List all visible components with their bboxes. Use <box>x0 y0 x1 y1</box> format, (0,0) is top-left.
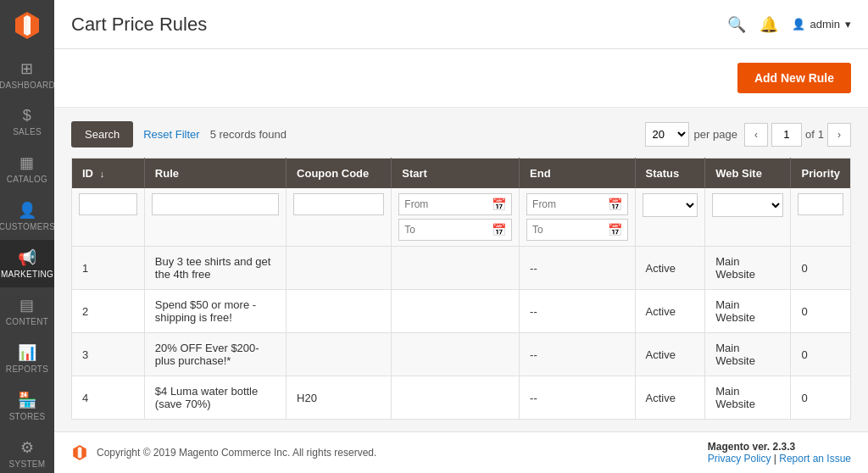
toolbar: Search Reset Filter 5 records found 20 3… <box>71 121 851 147</box>
cell-id: 2 <box>72 290 145 333</box>
start-to-input[interactable] <box>399 220 487 240</box>
start-from-input[interactable] <box>399 194 487 214</box>
page-of-label: of <box>805 128 815 141</box>
action-bar: Add New Rule <box>54 49 868 108</box>
cell-start <box>392 376 520 420</box>
catalog-icon: ▦ <box>19 153 34 172</box>
cell-end: -- <box>520 290 636 333</box>
cell-status: Active <box>635 247 705 290</box>
page-title: Cart Price Rules <box>71 14 207 36</box>
sidebar-item-label: Content <box>6 317 48 326</box>
footer-left: Copyright © 2019 Magento Commerce Inc. A… <box>71 444 376 461</box>
sidebar-item-label: System <box>9 459 46 469</box>
cell-status: Active <box>635 376 705 420</box>
content-area: Add New Rule Search Reset Filter 5 recor… <box>54 49 868 431</box>
sidebar-item-label: Catalog <box>7 175 47 184</box>
system-icon: ⚙ <box>20 438 34 457</box>
reports-icon: 📊 <box>18 343 36 362</box>
calendar-icon-3[interactable]: 📅 <box>603 194 627 214</box>
cell-status: Active <box>635 333 705 376</box>
cell-end: -- <box>520 333 636 376</box>
cell-end: -- <box>520 247 636 290</box>
table-row[interactable]: 3 20% OFF Ever $200-plus purchase!* -- A… <box>72 333 851 376</box>
cell-start <box>392 333 520 376</box>
filter-status: Active Inactive <box>635 188 705 247</box>
filter-coupon-input[interactable] <box>293 193 384 215</box>
filter-id-input[interactable] <box>79 193 137 215</box>
sidebar-item-customers[interactable]: 👤 Customers <box>0 192 54 240</box>
end-to-input[interactable] <box>527 220 603 240</box>
sidebar: ⊞ Dashboard $ Sales ▦ Catalog 👤 Customer… <box>0 0 54 473</box>
sort-icon: ↓ <box>100 169 105 179</box>
start-to-wrapper: 📅 <box>398 219 512 241</box>
cell-priority: 0 <box>791 247 851 290</box>
user-menu[interactable]: 👤 admin ▾ <box>792 18 851 31</box>
table-row[interactable]: 1 Buy 3 tee shirts and get the 4th free … <box>72 247 851 290</box>
col-id-label: ID <box>82 167 93 180</box>
cell-start <box>392 290 520 333</box>
col-header-rule: Rule <box>144 159 286 189</box>
search-button[interactable]: Search <box>71 121 133 147</box>
sidebar-item-sales[interactable]: $ Sales <box>0 98 54 145</box>
filter-website-select[interactable]: Main Website <box>712 193 783 217</box>
chevron-down-icon: ▾ <box>845 18 851 31</box>
cell-status: Active <box>635 290 705 333</box>
col-header-website: Web Site <box>705 159 791 189</box>
filter-id <box>72 188 145 247</box>
pagination: ‹ of 1 › <box>744 123 851 147</box>
cell-start <box>392 247 520 290</box>
col-header-status: Status <box>635 159 705 189</box>
privacy-policy-link[interactable]: Privacy Policy <box>708 453 771 465</box>
per-page-dropdown[interactable]: 20 30 50 <box>645 122 689 147</box>
page-number-input[interactable] <box>771 123 802 147</box>
toolbar-right: 20 30 50 per page ‹ of 1 › <box>645 122 851 147</box>
sidebar-item-marketing[interactable]: 📢 Marketing <box>0 240 54 287</box>
cell-id: 1 <box>72 247 145 290</box>
sidebar-item-dashboard[interactable]: ⊞ Dashboard <box>0 51 54 98</box>
sidebar-item-reports[interactable]: 📊 Reports <box>0 335 54 382</box>
col-header-id[interactable]: ID ↓ <box>72 159 145 189</box>
end-to-wrapper: 📅 <box>526 219 628 241</box>
filter-rule-input[interactable] <box>152 193 279 215</box>
sidebar-item-system[interactable]: ⚙ System <box>0 430 54 473</box>
sidebar-item-label: Customers <box>0 222 54 231</box>
next-page-button[interactable]: › <box>827 123 851 147</box>
user-name: admin <box>810 18 840 31</box>
prev-page-button[interactable]: ‹ <box>744 123 768 147</box>
cell-coupon <box>287 333 392 376</box>
header-right: 🔍 🔔 👤 admin ▾ <box>727 15 851 34</box>
calendar-icon-4[interactable]: 📅 <box>603 220 627 240</box>
cell-priority: 0 <box>791 333 851 376</box>
data-table: ID ↓ Rule Coupon Code Start End Status W… <box>71 158 851 420</box>
cell-id: 3 <box>72 333 145 376</box>
cell-coupon <box>287 247 392 290</box>
sidebar-item-content[interactable]: ▤ Content <box>0 287 54 335</box>
search-icon[interactable]: 🔍 <box>727 15 746 34</box>
filter-start: 📅 📅 <box>392 188 520 247</box>
end-from-input[interactable] <box>527 194 603 214</box>
stores-icon: 🏪 <box>18 391 36 409</box>
filter-end: 📅 📅 <box>520 188 636 247</box>
filter-priority-input[interactable] <box>798 193 843 215</box>
col-header-end: End <box>520 159 636 189</box>
add-new-rule-button[interactable]: Add New Rule <box>737 63 851 93</box>
col-header-coupon: Coupon Code <box>287 159 392 189</box>
cell-rule: Spend $50 or more - shipping is free! <box>144 290 286 333</box>
marketing-icon: 📢 <box>18 248 36 267</box>
sidebar-item-catalog[interactable]: ▦ Catalog <box>0 145 54 192</box>
calendar-icon-2[interactable]: 📅 <box>487 220 511 240</box>
header: Cart Price Rules 🔍 🔔 👤 admin ▾ <box>54 0 868 49</box>
reset-filter-button[interactable]: Reset Filter <box>143 128 199 141</box>
calendar-icon[interactable]: 📅 <box>487 194 511 214</box>
sidebar-item-stores[interactable]: 🏪 Stores <box>0 382 54 430</box>
filter-status-select[interactable]: Active Inactive <box>643 193 698 217</box>
table-row[interactable]: 2 Spend $50 or more - shipping is free! … <box>72 290 851 333</box>
sidebar-item-label: Marketing <box>1 270 53 279</box>
footer-copyright: Copyright © 2019 Magento Commerce Inc. A… <box>97 447 376 459</box>
filter-coupon <box>287 188 392 247</box>
cell-priority: 0 <box>791 376 851 420</box>
report-issue-link[interactable]: Report an Issue <box>779 453 851 465</box>
notification-icon[interactable]: 🔔 <box>760 15 778 34</box>
cell-website: Main Website <box>705 290 791 333</box>
table-row[interactable]: 4 $4 Luma water bottle (save 70%) H20 --… <box>72 376 851 420</box>
